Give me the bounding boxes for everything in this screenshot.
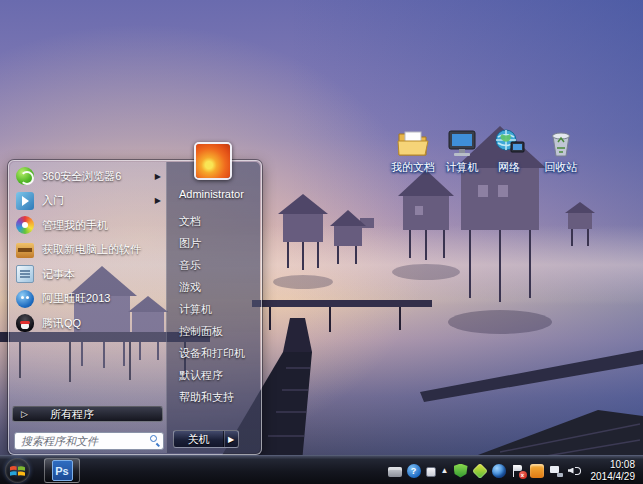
software-box-icon — [16, 243, 34, 258]
volume-icon[interactable] — [568, 464, 582, 478]
menu-item-devices-printers[interactable]: 设备和打印机 — [167, 342, 260, 364]
desktop-icon-label: 我的文档 — [386, 160, 440, 175]
antivirus-diamond-icon[interactable] — [472, 463, 488, 479]
start-menu-places-list: 文档 图片 音乐 游戏 计算机 控制面板 设备和打印机 默认程序 帮助和支持 — [167, 210, 260, 408]
menu-item-games[interactable]: 游戏 — [167, 276, 260, 298]
menu-item-label: 腾讯QQ — [42, 316, 81, 331]
menu-item-notepad[interactable]: 记事本 — [10, 262, 166, 287]
menu-item-label: 获取新电脑上的软件 — [42, 242, 141, 257]
menu-item-label: 记事本 — [42, 267, 75, 282]
taskbar-clock[interactable]: 10:08 2014/4/29 — [587, 459, 642, 483]
desktop: 我的文档 计算机 网络 — [0, 0, 643, 484]
shutdown-label: 关机 — [174, 432, 223, 447]
network-icon — [492, 128, 526, 158]
menu-item-label: 入门 — [42, 193, 64, 208]
recycle-bin-icon — [544, 128, 578, 158]
security-shield-icon[interactable] — [454, 464, 468, 478]
menu-item-control-panel[interactable]: 控制面板 — [167, 320, 260, 342]
windows-logo-icon — [9, 462, 26, 479]
menu-item-getting-started[interactable]: 入门 ▶ — [10, 189, 166, 214]
network-tray-icon[interactable] — [549, 464, 563, 478]
start-menu-right-panel: Administrator 文档 图片 音乐 游戏 计算机 控制面板 设备和打印… — [166, 162, 260, 453]
menu-item-360-browser[interactable]: 360安全浏览器6 ▶ — [10, 164, 166, 189]
menu-item-default-programs[interactable]: 默认程序 — [167, 364, 260, 386]
search-input[interactable] — [14, 432, 164, 450]
qq-penguin-icon — [16, 314, 34, 332]
submenu-arrow-icon: ▶ — [155, 196, 161, 205]
menu-item-pictures[interactable]: 图片 — [167, 232, 260, 254]
desktop-icon-documents[interactable]: 我的文档 — [386, 128, 440, 175]
pinwheel-icon — [16, 216, 34, 234]
photoshop-icon: Ps — [52, 460, 73, 481]
start-menu-program-list: 360安全浏览器6 ▶ 入门 ▶ 管理我的手机 获取新电脑上的软件 — [10, 164, 166, 336]
start-menu: 360安全浏览器6 ▶ 入门 ▶ 管理我的手机 获取新电脑上的软件 — [8, 160, 262, 455]
wangwang-tray-icon[interactable] — [530, 464, 544, 478]
computer-icon — [445, 128, 479, 158]
menu-item-wangwang[interactable]: 阿里旺旺2013 — [10, 287, 166, 312]
ime-indicator-icon[interactable] — [426, 467, 436, 477]
360-browser-icon — [16, 167, 34, 185]
system-tray: ? ▲ x 10:08 2014/4/29 — [388, 456, 641, 484]
wangwang-icon — [16, 290, 34, 308]
toolbox-icon[interactable] — [388, 467, 402, 477]
desktop-icon-row: 我的文档 计算机 网络 — [386, 128, 596, 180]
start-search — [14, 431, 164, 449]
menu-item-documents[interactable]: 文档 — [167, 210, 260, 232]
search-icon — [150, 435, 159, 444]
documents-folder-icon — [396, 128, 430, 158]
desktop-icon-recycle-bin[interactable]: 回收站 — [534, 128, 588, 175]
desktop-icon-computer[interactable]: 计算机 — [435, 128, 489, 175]
menu-item-help-support[interactable]: 帮助和支持 — [167, 386, 260, 408]
shutdown-button[interactable]: 关机 ▶ — [173, 430, 239, 448]
menu-item-get-software[interactable]: 获取新电脑上的软件 — [10, 238, 166, 263]
desktop-icon-label: 网络 — [482, 160, 536, 175]
desktop-icon-label: 回收站 — [534, 160, 588, 175]
user-avatar[interactable] — [194, 142, 232, 180]
menu-item-manage-phone[interactable]: 管理我的手机 — [10, 213, 166, 238]
start-button[interactable] — [5, 458, 30, 483]
desktop-icon-label: 计算机 — [435, 160, 489, 175]
user-name[interactable]: Administrator — [179, 188, 244, 200]
avatar-flower-image — [196, 144, 230, 178]
getting-started-icon — [16, 192, 34, 210]
menu-item-label: 360安全浏览器6 — [42, 169, 121, 184]
all-programs-button[interactable]: ▷ 所有程序 — [12, 406, 163, 422]
all-programs-arrow-icon: ▷ — [21, 409, 28, 419]
clock-time: 10:08 — [591, 459, 636, 471]
taskbar-button-photoshop[interactable]: Ps — [44, 458, 80, 483]
shutdown-options-arrow-icon[interactable]: ▶ — [224, 435, 238, 444]
hidden-icons-arrow[interactable]: ▲ — [441, 467, 449, 475]
all-programs-label: 所有程序 — [50, 407, 94, 422]
menu-item-label: 阿里旺旺2013 — [42, 291, 110, 306]
menu-item-label: 管理我的手机 — [42, 218, 108, 233]
notepad-icon — [16, 265, 34, 283]
browser-globe-icon[interactable] — [492, 464, 506, 478]
action-center-flag-icon[interactable]: x — [511, 464, 525, 478]
menu-item-music[interactable]: 音乐 — [167, 254, 260, 276]
menu-item-qq[interactable]: 腾讯QQ — [10, 311, 166, 336]
action-center-badge: x — [519, 471, 527, 479]
clock-date: 2014/4/29 — [591, 471, 636, 483]
submenu-arrow-icon: ▶ — [155, 172, 161, 181]
desktop-icon-network[interactable]: 网络 — [482, 128, 536, 175]
menu-item-computer[interactable]: 计算机 — [167, 298, 260, 320]
help-bubble-icon[interactable]: ? — [407, 464, 421, 478]
taskbar: Ps ? ▲ x 10:08 2014/4/29 — [0, 455, 643, 484]
start-menu-left-panel: 360安全浏览器6 ▶ 入门 ▶ 管理我的手机 获取新电脑上的软件 — [10, 162, 166, 453]
